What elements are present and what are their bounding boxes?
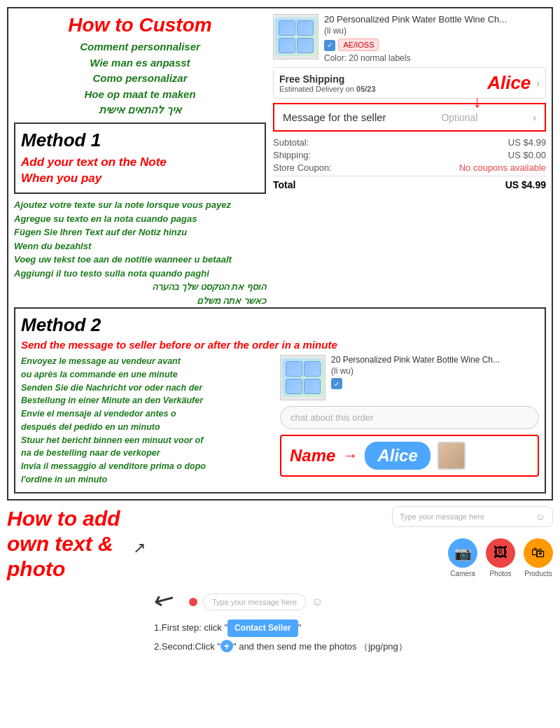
alice-shipping-label: Alice [487, 72, 531, 94]
method1-subtitle: Add your text on the Note When you pay [21, 154, 259, 188]
step1-text: 1.First step: click "Contact Seller" [154, 620, 553, 637]
lang-item: Comment personnaliser [14, 39, 266, 55]
emoji-btn[interactable]: ☺ [312, 596, 323, 608]
product-author: (li wu) [324, 26, 546, 36]
message-seller-row[interactable]: ↓ Message for the seller Optional › [273, 103, 546, 132]
method2-content: Envoyez le message au vendeur avant ou a… [21, 355, 539, 486]
photos-label: Photos [489, 570, 511, 578]
plus-button[interactable]: + [220, 640, 233, 652]
chevron-right-icon: › [536, 78, 540, 89]
trans-item: l'ordine in un minuto [21, 473, 273, 486]
photos-icon: 🖼 [486, 538, 515, 568]
trans-item-hebrew: הוסף את הטקסט שלך בהערה [14, 280, 266, 294]
photos-icon-item[interactable]: 🖼 Photos [486, 538, 515, 578]
shipping-cost-row: Shipping: US $0.00 [273, 150, 546, 160]
shipping-title: Free Shipping [279, 74, 376, 85]
bottom-section: How to add own text & photo Type your me… [7, 506, 553, 657]
method2-translations: Envoyez le message au vendeur avant ou a… [21, 355, 273, 486]
how-to-add-title: How to add own text & photo [7, 506, 147, 582]
arrow-down-icon: ↓ [473, 92, 482, 111]
product-row: 20 Personalized Pink Water Bottle Wine C… [273, 14, 546, 63]
products-icon: 🛍 [524, 538, 553, 568]
order-summary: Subtotal: US $4.99 Shipping: US $0.00 St… [273, 137, 546, 190]
name-label: Name [290, 446, 335, 465]
coupon-label: Store Coupon: [273, 162, 332, 173]
subtotal-label: Subtotal: [273, 137, 309, 148]
shipping-cost-label: Shipping: [273, 150, 311, 160]
method2-section: Method 2 Send the message to seller befo… [14, 307, 546, 493]
trans-item: Bestellung in einer Minute an den Verkäu… [21, 394, 273, 407]
how-to-custom-title: How to Custom [14, 14, 266, 36]
trans-item: Senden Sie die Nachricht vor oder nach d… [21, 382, 273, 395]
lang-item: Wie man es anpasst [14, 55, 266, 71]
steps-area: 1.First step: click "Contact Seller" 2.S… [154, 620, 553, 654]
avatar [438, 442, 465, 470]
trans-item: na de bestelling naar de verkoper [21, 447, 273, 460]
method1-translations: Ajoutez votre texte sur la note lorsque … [14, 198, 266, 307]
product-name: 20 Personalized Pink Water Bottle Wine C… [324, 14, 546, 24]
trans-item: Voeg uw tekst toe aan de notitie wanneer… [14, 253, 266, 267]
product-info: 20 Personalized Pink Water Bottle Wine C… [324, 14, 546, 63]
chat-placeholder: Type your message here [400, 512, 484, 521]
product-thumbnail [273, 14, 318, 59]
chat-mockup: Type your message here ☺ 📷 Camera 🖼 Phot… [154, 506, 553, 578]
trans-item: Wenn du bezahlst [14, 239, 266, 253]
total-row: Total US $4.99 [273, 179, 546, 190]
subtotal-row: Subtotal: US $4.99 [273, 137, 546, 148]
lang-item: Como personalizar [14, 71, 266, 87]
shipping-row[interactable]: Free Shipping Estimated Delivery on 05/2… [273, 67, 546, 99]
aeioss-badge: AE/IOSS [338, 38, 379, 51]
chat-product-author: (li wu) [331, 366, 539, 376]
trans-item: Envíe el mensaje al vendedor antes o [21, 407, 273, 421]
camera-label: Camera [450, 570, 475, 578]
shield-icon: ✓ [331, 378, 342, 389]
method1-title: Method 1 [21, 130, 259, 151]
products-label: Products [524, 570, 552, 578]
coupon-row: Store Coupon: No coupons available [273, 162, 546, 173]
shipping-cost-value: US $0.00 [508, 150, 546, 160]
shield-icon: ✓ [324, 40, 335, 51]
trans-item: Stuur het bericht binnen een minuut voor… [21, 434, 273, 447]
shipping-info: Free Shipping Estimated Delivery on 05/2… [279, 74, 376, 93]
chat-input[interactable]: chat about this order [280, 406, 539, 429]
trans-item: Invia il messaggio al venditore prima o … [21, 460, 273, 473]
optional-text: Optional [441, 112, 477, 123]
chat-product-thumbnail [280, 355, 326, 400]
bottom-right: Type your message here ☺ 📷 Camera 🖼 Phot… [154, 506, 553, 657]
chat-verified-badge: ✓ [331, 378, 342, 389]
method1-box: Method 1 Add your text on the Note When … [14, 122, 266, 195]
method2-send-text: Send the message to seller before or aft… [21, 339, 539, 351]
verified-badge: ✓ [324, 40, 335, 51]
shipping-sub: Estimated Delivery on 05/23 [279, 85, 376, 93]
type-message-input[interactable]: Type your message here [203, 594, 306, 610]
arrow-down-left-icon: ↙ [148, 581, 181, 617]
chat-top-bar: Type your message here ☺ [392, 506, 553, 527]
step2-text: 2.Second:Click "+" and then send me the … [154, 640, 553, 654]
total-value: US $4.99 [505, 179, 546, 190]
lang-item: Hoe op maat te maken [14, 87, 266, 103]
lang-item: איך להתאים אישית [14, 102, 266, 118]
emoji-icon: ☺ [536, 511, 545, 522]
trans-item-hebrew: כאשר אתה משלם [14, 294, 266, 308]
method2-title: Method 2 [21, 314, 539, 336]
red-dot-icon [189, 598, 197, 606]
contact-seller-button[interactable]: Contact Seller [227, 620, 298, 637]
camera-icon: 📷 [448, 538, 477, 568]
chat-icons-row: 📷 Camera 🖼 Photos 🛍 Products [448, 538, 553, 578]
trans-item: después del pedido en un minuto [21, 421, 273, 434]
products-icon-item[interactable]: 🛍 Products [524, 538, 553, 578]
name-alice-row: Name → Alice [280, 435, 539, 477]
subtotal-value: US $4.99 [508, 137, 546, 148]
trans-item: Agregue su texto en la nota cuando pagas [14, 212, 266, 226]
chat-product-name: 20 Personalized Pink Water Bottle Wine C… [331, 355, 539, 365]
chat-product-row: 20 Personalized Pink Water Bottle Wine C… [280, 355, 539, 400]
trans-item: Aggiungi il tuo testo sulla nota quando … [14, 267, 266, 281]
message-seller-text: Message for the seller [283, 111, 386, 123]
color-label: Color: 20 normal labels [324, 53, 546, 63]
how-to-add: How to add own text & photo [7, 506, 147, 582]
trans-item: Ajoutez votre texte sur la note lorsque … [14, 198, 266, 212]
chevron-right-icon: › [533, 112, 536, 123]
camera-icon-item[interactable]: 📷 Camera [448, 538, 477, 578]
method2-right: 20 Personalized Pink Water Bottle Wine C… [280, 355, 539, 486]
trans-item: ou après la commande en une minute [21, 368, 273, 382]
